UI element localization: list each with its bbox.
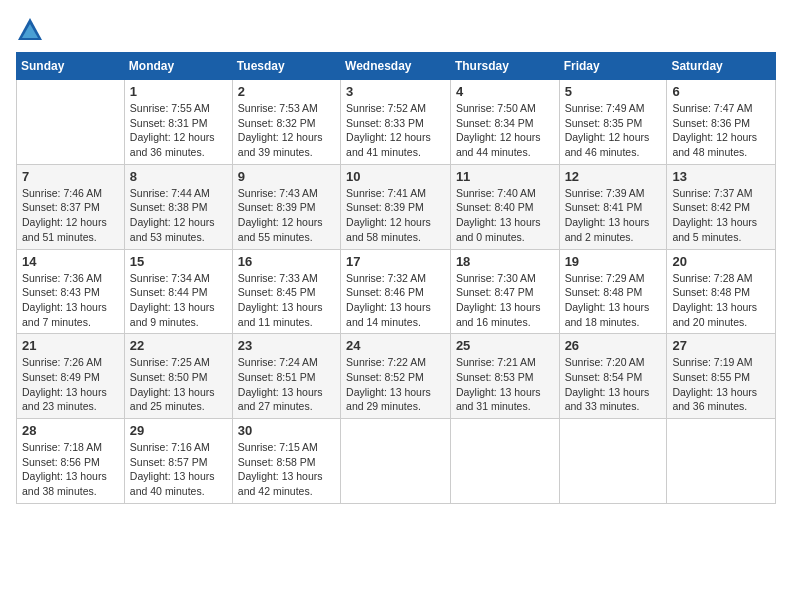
column-header-tuesday: Tuesday <box>232 53 340 80</box>
day-cell: 17Sunrise: 7:32 AM Sunset: 8:46 PM Dayli… <box>341 249 451 334</box>
calendar-header-row: SundayMondayTuesdayWednesdayThursdayFrid… <box>17 53 776 80</box>
day-cell: 21Sunrise: 7:26 AM Sunset: 8:49 PM Dayli… <box>17 334 125 419</box>
day-cell: 8Sunrise: 7:44 AM Sunset: 8:38 PM Daylig… <box>124 164 232 249</box>
day-cell: 28Sunrise: 7:18 AM Sunset: 8:56 PM Dayli… <box>17 419 125 504</box>
day-cell: 12Sunrise: 7:39 AM Sunset: 8:41 PM Dayli… <box>559 164 667 249</box>
day-cell: 16Sunrise: 7:33 AM Sunset: 8:45 PM Dayli… <box>232 249 340 334</box>
day-cell: 4Sunrise: 7:50 AM Sunset: 8:34 PM Daylig… <box>450 80 559 165</box>
day-info: Sunrise: 7:39 AM Sunset: 8:41 PM Dayligh… <box>565 186 662 245</box>
day-cell: 10Sunrise: 7:41 AM Sunset: 8:39 PM Dayli… <box>341 164 451 249</box>
day-info: Sunrise: 7:53 AM Sunset: 8:32 PM Dayligh… <box>238 101 335 160</box>
day-cell: 19Sunrise: 7:29 AM Sunset: 8:48 PM Dayli… <box>559 249 667 334</box>
day-cell: 1Sunrise: 7:55 AM Sunset: 8:31 PM Daylig… <box>124 80 232 165</box>
day-cell <box>450 419 559 504</box>
column-header-friday: Friday <box>559 53 667 80</box>
calendar-table: SundayMondayTuesdayWednesdayThursdayFrid… <box>16 52 776 504</box>
day-info: Sunrise: 7:16 AM Sunset: 8:57 PM Dayligh… <box>130 440 227 499</box>
day-info: Sunrise: 7:33 AM Sunset: 8:45 PM Dayligh… <box>238 271 335 330</box>
day-info: Sunrise: 7:22 AM Sunset: 8:52 PM Dayligh… <box>346 355 445 414</box>
day-number: 28 <box>22 423 119 438</box>
day-cell <box>667 419 776 504</box>
week-row-5: 28Sunrise: 7:18 AM Sunset: 8:56 PM Dayli… <box>17 419 776 504</box>
day-number: 23 <box>238 338 335 353</box>
day-info: Sunrise: 7:44 AM Sunset: 8:38 PM Dayligh… <box>130 186 227 245</box>
day-cell: 13Sunrise: 7:37 AM Sunset: 8:42 PM Dayli… <box>667 164 776 249</box>
day-info: Sunrise: 7:15 AM Sunset: 8:58 PM Dayligh… <box>238 440 335 499</box>
day-number: 25 <box>456 338 554 353</box>
day-number: 24 <box>346 338 445 353</box>
day-info: Sunrise: 7:50 AM Sunset: 8:34 PM Dayligh… <box>456 101 554 160</box>
day-number: 18 <box>456 254 554 269</box>
day-number: 6 <box>672 84 770 99</box>
page-header <box>16 16 776 44</box>
week-row-4: 21Sunrise: 7:26 AM Sunset: 8:49 PM Dayli… <box>17 334 776 419</box>
day-info: Sunrise: 7:46 AM Sunset: 8:37 PM Dayligh… <box>22 186 119 245</box>
day-cell: 27Sunrise: 7:19 AM Sunset: 8:55 PM Dayli… <box>667 334 776 419</box>
day-number: 22 <box>130 338 227 353</box>
column-header-monday: Monday <box>124 53 232 80</box>
day-cell: 6Sunrise: 7:47 AM Sunset: 8:36 PM Daylig… <box>667 80 776 165</box>
column-header-wednesday: Wednesday <box>341 53 451 80</box>
day-cell: 26Sunrise: 7:20 AM Sunset: 8:54 PM Dayli… <box>559 334 667 419</box>
day-number: 14 <box>22 254 119 269</box>
day-number: 7 <box>22 169 119 184</box>
day-info: Sunrise: 7:24 AM Sunset: 8:51 PM Dayligh… <box>238 355 335 414</box>
day-cell: 20Sunrise: 7:28 AM Sunset: 8:48 PM Dayli… <box>667 249 776 334</box>
day-cell: 15Sunrise: 7:34 AM Sunset: 8:44 PM Dayli… <box>124 249 232 334</box>
day-cell: 25Sunrise: 7:21 AM Sunset: 8:53 PM Dayli… <box>450 334 559 419</box>
day-info: Sunrise: 7:47 AM Sunset: 8:36 PM Dayligh… <box>672 101 770 160</box>
day-info: Sunrise: 7:40 AM Sunset: 8:40 PM Dayligh… <box>456 186 554 245</box>
day-cell <box>17 80 125 165</box>
column-header-sunday: Sunday <box>17 53 125 80</box>
day-info: Sunrise: 7:36 AM Sunset: 8:43 PM Dayligh… <box>22 271 119 330</box>
day-info: Sunrise: 7:55 AM Sunset: 8:31 PM Dayligh… <box>130 101 227 160</box>
day-number: 26 <box>565 338 662 353</box>
day-number: 4 <box>456 84 554 99</box>
day-number: 13 <box>672 169 770 184</box>
day-number: 12 <box>565 169 662 184</box>
day-cell: 18Sunrise: 7:30 AM Sunset: 8:47 PM Dayli… <box>450 249 559 334</box>
day-info: Sunrise: 7:28 AM Sunset: 8:48 PM Dayligh… <box>672 271 770 330</box>
day-cell: 11Sunrise: 7:40 AM Sunset: 8:40 PM Dayli… <box>450 164 559 249</box>
week-row-3: 14Sunrise: 7:36 AM Sunset: 8:43 PM Dayli… <box>17 249 776 334</box>
day-cell: 2Sunrise: 7:53 AM Sunset: 8:32 PM Daylig… <box>232 80 340 165</box>
day-info: Sunrise: 7:43 AM Sunset: 8:39 PM Dayligh… <box>238 186 335 245</box>
day-number: 20 <box>672 254 770 269</box>
day-number: 1 <box>130 84 227 99</box>
day-info: Sunrise: 7:52 AM Sunset: 8:33 PM Dayligh… <box>346 101 445 160</box>
day-number: 15 <box>130 254 227 269</box>
day-number: 21 <box>22 338 119 353</box>
day-cell: 7Sunrise: 7:46 AM Sunset: 8:37 PM Daylig… <box>17 164 125 249</box>
day-info: Sunrise: 7:18 AM Sunset: 8:56 PM Dayligh… <box>22 440 119 499</box>
day-info: Sunrise: 7:25 AM Sunset: 8:50 PM Dayligh… <box>130 355 227 414</box>
day-number: 10 <box>346 169 445 184</box>
day-number: 9 <box>238 169 335 184</box>
day-number: 8 <box>130 169 227 184</box>
day-info: Sunrise: 7:34 AM Sunset: 8:44 PM Dayligh… <box>130 271 227 330</box>
day-number: 27 <box>672 338 770 353</box>
day-number: 17 <box>346 254 445 269</box>
logo-icon <box>16 16 44 44</box>
day-cell: 22Sunrise: 7:25 AM Sunset: 8:50 PM Dayli… <box>124 334 232 419</box>
day-info: Sunrise: 7:26 AM Sunset: 8:49 PM Dayligh… <box>22 355 119 414</box>
day-number: 30 <box>238 423 335 438</box>
column-header-saturday: Saturday <box>667 53 776 80</box>
day-cell: 14Sunrise: 7:36 AM Sunset: 8:43 PM Dayli… <box>17 249 125 334</box>
day-cell: 24Sunrise: 7:22 AM Sunset: 8:52 PM Dayli… <box>341 334 451 419</box>
day-number: 5 <box>565 84 662 99</box>
day-info: Sunrise: 7:49 AM Sunset: 8:35 PM Dayligh… <box>565 101 662 160</box>
day-cell: 23Sunrise: 7:24 AM Sunset: 8:51 PM Dayli… <box>232 334 340 419</box>
day-cell <box>341 419 451 504</box>
week-row-2: 7Sunrise: 7:46 AM Sunset: 8:37 PM Daylig… <box>17 164 776 249</box>
day-cell: 30Sunrise: 7:15 AM Sunset: 8:58 PM Dayli… <box>232 419 340 504</box>
logo <box>16 16 48 44</box>
day-number: 29 <box>130 423 227 438</box>
day-number: 3 <box>346 84 445 99</box>
day-info: Sunrise: 7:37 AM Sunset: 8:42 PM Dayligh… <box>672 186 770 245</box>
day-info: Sunrise: 7:20 AM Sunset: 8:54 PM Dayligh… <box>565 355 662 414</box>
day-cell <box>559 419 667 504</box>
day-cell: 5Sunrise: 7:49 AM Sunset: 8:35 PM Daylig… <box>559 80 667 165</box>
day-number: 11 <box>456 169 554 184</box>
day-cell: 9Sunrise: 7:43 AM Sunset: 8:39 PM Daylig… <box>232 164 340 249</box>
day-info: Sunrise: 7:30 AM Sunset: 8:47 PM Dayligh… <box>456 271 554 330</box>
